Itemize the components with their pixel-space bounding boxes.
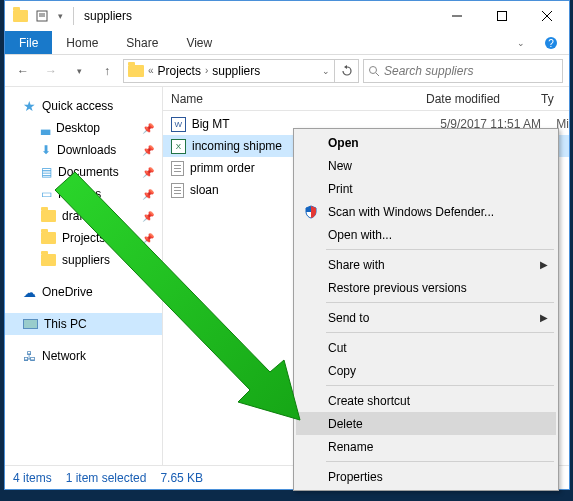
nav-label: OneDrive (42, 285, 93, 299)
breadcrumb-item[interactable]: suppliers (212, 64, 260, 78)
folder-icon (41, 232, 56, 244)
column-headers: Name Date modified Ty (163, 87, 569, 111)
ctx-copy[interactable]: Copy (296, 359, 556, 382)
pin-icon: 📌 (142, 145, 154, 156)
status-size: 7.65 KB (160, 471, 203, 485)
nav-network[interactable]: 🖧Network (5, 345, 162, 367)
svg-text:?: ? (548, 38, 554, 49)
nav-label: Downloads (57, 143, 116, 157)
help-icon[interactable]: ? (539, 31, 563, 54)
breadcrumb-dropdown-icon[interactable]: ⌄ (322, 66, 330, 76)
cloud-icon: ☁ (23, 285, 36, 300)
close-button[interactable] (524, 1, 569, 31)
nav-quick-access[interactable]: ★ Quick access (5, 95, 162, 117)
chevron-right-icon: ▶ (540, 259, 548, 270)
nav-this-pc[interactable]: This PC (5, 313, 162, 335)
ctx-open[interactable]: Open (296, 131, 556, 154)
separator (73, 7, 74, 25)
svg-line-10 (376, 73, 379, 76)
svg-rect-4 (497, 12, 506, 21)
breadcrumb[interactable]: « Projects › suppliers ⌄ (123, 59, 335, 83)
qat-properties-icon[interactable] (33, 7, 51, 25)
pc-icon (23, 319, 38, 329)
column-type[interactable]: Ty (541, 92, 569, 106)
ribbon-expand-icon[interactable]: ⌄ (509, 31, 533, 54)
breadcrumb-item[interactable]: Projects (158, 64, 201, 78)
separator (326, 385, 554, 386)
ribbon-tab-share[interactable]: Share (112, 31, 172, 54)
ctx-restore[interactable]: Restore previous versions (296, 276, 556, 299)
ctx-cut[interactable]: Cut (296, 336, 556, 359)
nav-suppliers[interactable]: suppliers📌 (5, 249, 162, 271)
ctx-delete[interactable]: Delete (296, 412, 556, 435)
nav-desktop[interactable]: ▃Desktop📌 (5, 117, 162, 139)
separator (326, 302, 554, 303)
star-icon: ★ (23, 98, 36, 114)
ctx-rename[interactable]: Rename (296, 435, 556, 458)
nav-label: This PC (44, 317, 87, 331)
nav-drafts[interactable]: drafts📌 (5, 205, 162, 227)
nav-label: Quick access (42, 99, 113, 113)
ctx-label: Share with (328, 258, 385, 272)
ctx-properties[interactable]: Properties (296, 465, 556, 488)
breadcrumb-prefix: « (148, 65, 154, 76)
nav-pictures[interactable]: ▭Pictures📌 (5, 183, 162, 205)
ctx-open-with[interactable]: Open with... (296, 223, 556, 246)
ribbon-file-tab[interactable]: File (5, 31, 52, 54)
qat-dropdown-icon[interactable]: ▾ (51, 7, 69, 25)
context-menu: Open New Print Scan with Windows Defende… (293, 128, 559, 491)
minimize-button[interactable] (434, 1, 479, 31)
documents-icon: ▤ (41, 165, 52, 179)
nav-label: Documents (58, 165, 119, 179)
desktop-icon: ▃ (41, 121, 50, 135)
chevron-right-icon: ▶ (540, 312, 548, 323)
search-input[interactable]: Search suppliers (363, 59, 563, 83)
pictures-icon: ▭ (41, 187, 52, 201)
network-icon: 🖧 (23, 349, 36, 364)
refresh-button[interactable] (335, 59, 359, 83)
titlebar: ▾ suppliers (5, 1, 569, 31)
search-placeholder: Search suppliers (384, 64, 473, 78)
ctx-label: Scan with Windows Defender... (328, 205, 494, 219)
column-date[interactable]: Date modified (426, 92, 541, 106)
ctx-send-to[interactable]: Send to▶ (296, 306, 556, 329)
svg-point-9 (370, 66, 377, 73)
nav-onedrive[interactable]: ☁OneDrive (5, 281, 162, 303)
ribbon-tab-view[interactable]: View (172, 31, 226, 54)
text-file-icon (171, 161, 184, 176)
ctx-share-with[interactable]: Share with▶ (296, 253, 556, 276)
ctx-new[interactable]: New (296, 154, 556, 177)
pin-icon: 📌 (142, 255, 154, 266)
ribbon-tab-home[interactable]: Home (52, 31, 112, 54)
folder-icon (128, 65, 144, 77)
pin-icon: 📌 (142, 189, 154, 200)
nav-downloads[interactable]: ⬇Downloads📌 (5, 139, 162, 161)
nav-back-button[interactable]: ← (11, 59, 35, 83)
ctx-defender[interactable]: Scan with Windows Defender... (296, 200, 556, 223)
nav-documents[interactable]: ▤Documents📌 (5, 161, 162, 183)
folder-icon (41, 254, 56, 266)
search-icon (368, 65, 380, 77)
nav-projects[interactable]: Projects📌 (5, 227, 162, 249)
ctx-print[interactable]: Print (296, 177, 556, 200)
nav-up-button[interactable]: ↑ (95, 59, 119, 83)
separator (326, 249, 554, 250)
ctx-label: Send to (328, 311, 369, 325)
nav-forward-button[interactable]: → (39, 59, 63, 83)
ctx-create-shortcut[interactable]: Create shortcut (296, 389, 556, 412)
folder-icon (41, 210, 56, 222)
downloads-icon: ⬇ (41, 143, 51, 157)
pin-icon: 📌 (142, 123, 154, 134)
maximize-button[interactable] (479, 1, 524, 31)
word-icon: W (171, 117, 186, 132)
column-name[interactable]: Name (171, 92, 426, 106)
folder-icon (11, 7, 29, 25)
nav-recent-dropdown[interactable]: ▾ (67, 59, 91, 83)
separator (326, 461, 554, 462)
window-title: suppliers (84, 9, 132, 23)
nav-label: Network (42, 349, 86, 363)
pin-icon: 📌 (142, 233, 154, 244)
nav-label: Projects (62, 231, 105, 245)
ribbon: File Home Share View ⌄ ? (5, 31, 569, 55)
nav-label: drafts (62, 209, 92, 223)
